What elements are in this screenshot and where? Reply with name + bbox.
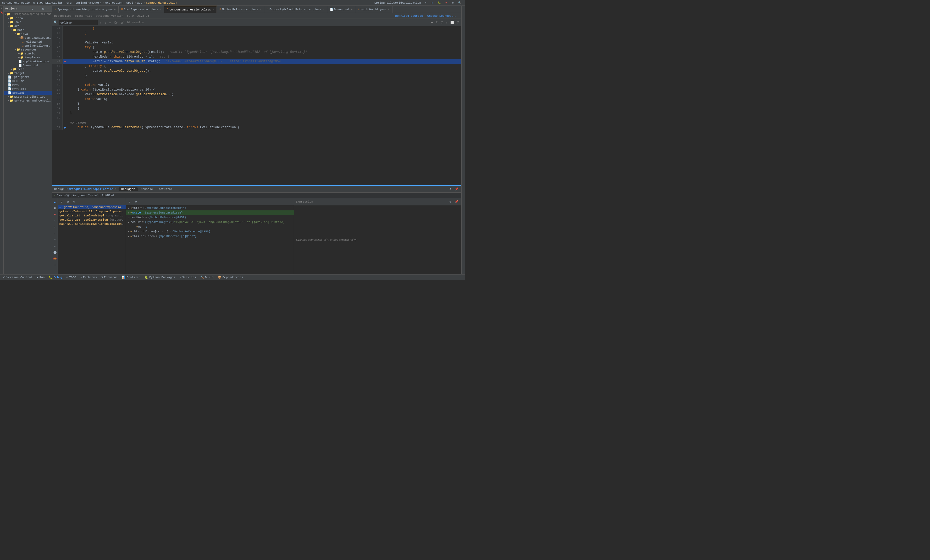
tab-helloworld-close[interactable]: × [388,8,390,11]
line-56[interactable]: 56 throw var16; [52,97,461,101]
resume-btn[interactable]: ▶ [53,200,57,204]
line-48[interactable]: 48 ● var17 = nextNode.getValueRef(state)… [52,59,461,64]
tab-spelexpr[interactable]: C SpelExpression.class × [119,6,164,13]
download-sources-link[interactable]: Download Sources [395,14,423,17]
search-nav-prev[interactable]: ⬅ [430,21,434,24]
debug-pin-icon[interactable]: 📌 [454,187,459,192]
tree-item-beansxml[interactable]: 📄 Beans.xml [4,63,52,67]
sidebar-collapse-icon[interactable]: – [35,6,40,11]
mute-btn[interactable]: 🔕 [53,256,57,261]
breadcrumb-org[interactable]: org [66,1,72,5]
code-container[interactable]: 41 } 42 } 43 [52,26,461,185]
vars-filter-icon[interactable]: ▽ [127,199,132,204]
prev-result-btn[interactable]: ↑ [99,21,103,24]
line-52[interactable]: 52 [52,78,461,83]
line-41[interactable]: 41 } [52,26,461,31]
structure-icon[interactable]: ≡ [0,7,3,10]
frame-0[interactable]: → getValueRef:68, CompoundExpression (or… [58,205,126,209]
status-python-packages[interactable]: 🐍 Python Packages [145,276,175,279]
frame-1[interactable]: getValueInternal:89, CompoundExpression … [58,209,126,213]
breadcrumb-ast[interactable]: ast [137,1,142,5]
tree-item-scratches[interactable]: ▶ 📁 Scratches and Consoles [4,99,52,103]
step-out-btn[interactable]: ↑ [53,231,57,236]
expr-settings-icon[interactable]: ⚙ [448,199,453,204]
tree-item-mvnwcmd[interactable]: 📄 mvnw.cmd [4,87,52,91]
tree-item-helpmd[interactable]: 📄 HELP.md [4,79,52,83]
var-children-cc-expand[interactable]: ▶ [128,230,129,233]
tab-beansxml[interactable]: 📄 Beans.xml × [327,6,356,13]
line-59[interactable]: 59 } [52,111,461,116]
tree-item-springapp[interactable]: ☕ SpringHelloworldApplication [4,44,52,48]
debug-close-icon[interactable]: × [114,188,116,190]
tree-item-target[interactable]: ▶ 📁 target [4,71,52,75]
status-version-control[interactable]: ⎇ Version Control [2,276,32,279]
search-highlight[interactable]: ⬜ [449,21,455,24]
breadcrumb-expression[interactable]: expression [105,1,123,5]
step-over-btn[interactable]: ↷ [53,219,57,223]
frame-3[interactable]: getValue:265, SpelExpression (org.spring… [58,218,126,222]
tree-item-idea[interactable]: ▶ 📁 .idea [4,16,52,20]
breadcrumb-spel[interactable]: spel [126,1,133,5]
line-43[interactable]: 43 [52,35,461,40]
settings-icon[interactable]: ⚙ [451,1,455,5]
stop-btn[interactable]: ■ [53,212,57,217]
debug-tab-console[interactable]: Console [138,187,156,191]
debug-icon[interactable]: 🐛 [437,1,442,5]
search-word-only[interactable]: ⬦ [445,21,449,24]
breadcrumb-class[interactable]: CompoundExpression [146,1,177,5]
line-54[interactable]: 54 } catch (SpelEvaluationException var1… [52,87,461,92]
line-58[interactable]: 58 } [52,106,461,111]
line-55[interactable]: 55 var16.setPosition(nextNode.getStartPo… [52,92,461,97]
tab-compoundexpr[interactable]: C CompoundExpression.class × [164,6,217,13]
line-42[interactable]: 42 } [52,31,461,35]
status-dependencies[interactable]: 📦 Dependencies [218,276,243,279]
tab-beansxml-close[interactable]: × [351,8,353,11]
frame-2[interactable]: getValue:109, SpelNodeImpl (org.springfr… [58,213,126,218]
var-result-expand[interactable]: ▶ [128,221,129,224]
status-terminal[interactable]: ⊞ Terminal [101,276,117,279]
case-btn[interactable]: Cc [113,21,119,24]
var-state-expand[interactable]: ▶ [128,212,129,214]
tab-methodref[interactable]: C MethodReference.class × [217,6,264,13]
bookmarks-icon[interactable]: 🔖 [0,11,3,14]
vars-settings-icon[interactable]: ⚙ [133,199,139,204]
frames-expand-icon[interactable]: ⊞ [65,199,71,204]
debug-tab-actuator[interactable]: Actuator [156,187,175,191]
tab-methodref-close[interactable]: × [260,8,261,11]
line-53[interactable]: 53 return var17; [52,83,461,87]
breadcrumb-jar[interactable]: spring-expression-5.1.9.RELEASE.jar [2,1,63,5]
var-children-cc[interactable]: ▶ ∞ this.children[cc - 1] = {MethodRefer… [126,229,294,234]
tab-spelexpr-close[interactable]: × [160,8,161,11]
tree-item-resources[interactable]: ▾ 📁 resources [4,48,52,52]
tree-item-helloworld[interactable]: ☕ HelloWorld [4,40,52,44]
choose-sources-link[interactable]: Choose Sources... [427,14,457,17]
line-44[interactable]: 44 ValueRef var17; [52,40,461,45]
var-children-expand[interactable]: ▶ [128,235,129,238]
tree-item-main[interactable]: ▾ 📁 main [4,28,52,32]
sidebar-sort-icon[interactable]: ⇅ [41,6,45,11]
line-61[interactable]: 61 ▶ public TypedValue getValueInternal(… [52,125,461,130]
status-run[interactable]: ▶ Run [37,276,45,279]
status-build[interactable]: 🔨 Build [200,276,214,279]
tree-item-mvnw[interactable]: 📄 mvnw [4,83,52,87]
tree-item-test[interactable]: ▶ 📁 test [4,67,52,71]
run-icon[interactable]: ▶ [430,1,435,5]
frames-filter-icon[interactable]: ▽ [59,199,64,204]
tree-item-templates[interactable]: ▶ 📁 templates [4,55,52,60]
var-nextnode-expand[interactable]: ▷ [128,216,129,219]
next-result-btn[interactable]: ↓ [104,21,107,24]
status-problems[interactable]: ⚠ Problems [80,276,97,279]
tab-propfield-close[interactable]: × [323,8,324,11]
tree-item-gitignore[interactable]: 📄 .gitignore [4,75,52,79]
sidebar-more-icon[interactable]: ⋯ [46,6,50,11]
status-debug[interactable]: 🐛 Debug [49,276,62,279]
pause-btn[interactable]: ⏸ [53,206,57,210]
expr-pin-icon[interactable]: 📌 [454,199,459,204]
var-children[interactable]: ▶ ∞ this.children = {SpelNodeImpl[3]@185… [126,234,294,239]
tree-item-mvn[interactable]: ▶ 📁 .mvn [4,20,52,24]
line-51[interactable]: 51 } [52,73,461,78]
var-result[interactable]: ▶ result = {TypedValue@2126} "TypedValue… [126,220,294,224]
search-expand[interactable]: ⬡ [440,21,444,24]
line-49[interactable]: 49 } finally { [52,64,461,69]
var-state[interactable]: ▶ ∞ state = {ExpressionState@1854} [126,210,294,215]
